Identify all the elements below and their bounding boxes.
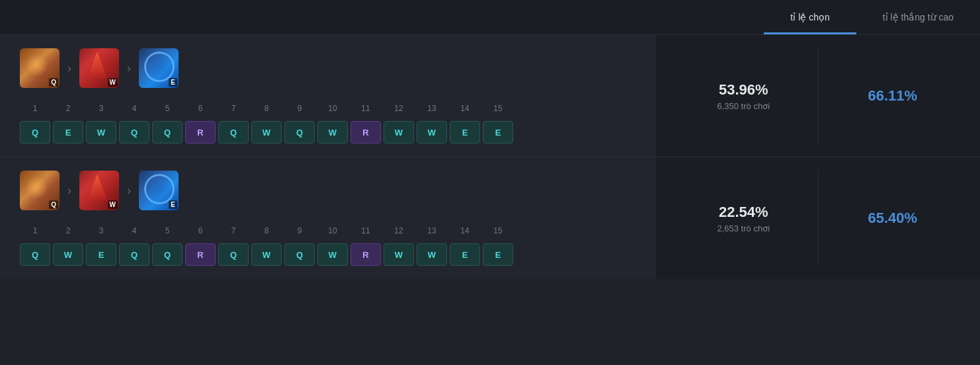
- skills-panel: Q › W › E 1 2 3 4: [0, 35, 656, 279]
- level-numbers-1: 1 2 3 4 5 6 7 8 9 10 11 12 13 14: [20, 100, 636, 117]
- games-2: 2,653 trò chơi: [717, 223, 770, 233]
- arrow-1: ›: [67, 61, 71, 75]
- app-container: tỉ lệ chọn tỉ lệ thắng từ cao Q › W ›: [0, 0, 980, 279]
- stat-row-1: 53.96% 6,350 trò chơi 66.11%: [669, 48, 967, 143]
- tab-ti-le-chon[interactable]: tỉ lệ chọn: [764, 0, 856, 34]
- skill-icon-e-2: E: [139, 171, 179, 210]
- games-1: 6,350 trò chơi: [717, 101, 770, 111]
- skill-block-2: Q › W › E 1 2 3 4: [0, 157, 656, 279]
- pick-rate-2: 22.54%: [719, 204, 768, 221]
- stat-right-2: 65.40%: [819, 171, 967, 266]
- stat-block-2: 22.54% 2,653 trò chơi 65.40%: [656, 157, 980, 279]
- skill-block-1: Q › W › E 1 2 3 4: [0, 35, 656, 157]
- skill-priority-2: Q › W › E: [20, 171, 636, 210]
- level-sequence-1: 1 2 3 4 5 6 7 8 9 10 11 12 13 14: [20, 100, 636, 143]
- arrow-4: ›: [127, 184, 131, 198]
- tab-bar: tỉ lệ chọn tỉ lệ thắng từ cao: [0, 0, 980, 35]
- stat-left-1: 53.96% 6,350 trò chơi: [669, 48, 819, 143]
- win-rate-1: 66.11%: [868, 87, 917, 104]
- stats-panel: 53.96% 6,350 trò chơi 66.11% 22.54% 2,65…: [656, 35, 980, 279]
- main-content: Q › W › E 1 2 3 4: [0, 35, 980, 279]
- level-keys-2: Q W E Q Q R Q W Q W R W W E E: [20, 243, 636, 266]
- skill-icon-q-2: Q: [20, 171, 60, 210]
- level-keys-1: Q E W Q Q R Q W Q W R W W E E: [20, 121, 636, 143]
- skill-icon-w-1: W: [79, 48, 119, 88]
- skill-icon-w-2: W: [79, 171, 119, 210]
- stat-row-2: 22.54% 2,653 trò chơi 65.40%: [669, 171, 967, 266]
- tab-ti-le-thang[interactable]: tỉ lệ thắng từ cao: [856, 0, 980, 34]
- stat-left-2: 22.54% 2,653 trò chơi: [669, 171, 819, 266]
- level-numbers-2: 1 2 3 4 5 6 7 8 9 10 11 12 13 14: [20, 222, 636, 239]
- skill-priority-1: Q › W › E: [20, 48, 636, 88]
- level-sequence-2: 1 2 3 4 5 6 7 8 9 10 11 12 13 14: [20, 222, 636, 266]
- pick-rate-1: 53.96%: [719, 81, 768, 99]
- stat-right-1: 66.11%: [819, 48, 967, 143]
- win-rate-2: 65.40%: [868, 210, 917, 227]
- stat-block-1: 53.96% 6,350 trò chơi 66.11%: [656, 35, 980, 157]
- arrow-3: ›: [67, 184, 71, 198]
- skill-icon-q-1: Q: [20, 48, 60, 88]
- arrow-2: ›: [127, 61, 131, 75]
- skill-icon-e-1: E: [139, 48, 179, 88]
